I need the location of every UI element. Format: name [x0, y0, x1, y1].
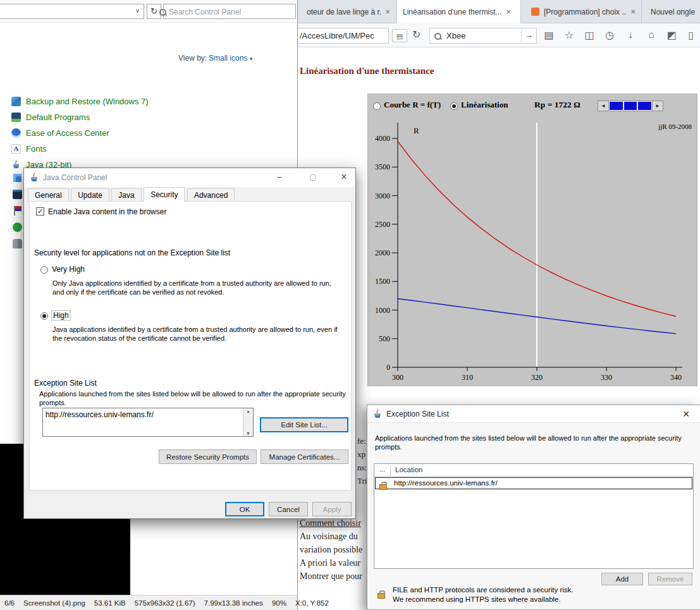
- search-bar[interactable]: Xbee →: [429, 28, 537, 44]
- status-cursor-pos: X:0, Y:852: [291, 599, 333, 607]
- theme-icon[interactable]: ◩: [665, 29, 679, 41]
- svg-text:1500: 1500: [375, 277, 390, 286]
- fonts-icon: A: [11, 144, 21, 154]
- browser-tab[interactable]: [Programmation] choix ... ×: [525, 0, 642, 23]
- scroll-left-button[interactable]: ◄: [598, 101, 609, 111]
- ok-button[interactable]: OK: [225, 502, 264, 516]
- very-high-label[interactable]: Very High: [52, 265, 85, 274]
- page-text-sliver: xp: [357, 449, 365, 460]
- tab-close-icon[interactable]: ×: [506, 7, 511, 16]
- containers-icon[interactable]: ◫: [582, 29, 596, 41]
- control-panel-item-backup[interactable]: Backup and Restore (Windows 7): [11, 95, 149, 107]
- lock-icon: [379, 484, 387, 490]
- svg-text:1000: 1000: [375, 306, 390, 315]
- page-link[interactable]: Comment choisir: [300, 518, 361, 528]
- enable-java-checkbox[interactable]: ✓: [36, 207, 44, 216]
- site-list-box[interactable]: http://ressources.univ-lemans.fr/ ▲ ▼: [42, 408, 254, 437]
- search-go-button[interactable]: →: [521, 28, 536, 43]
- table-row-selected[interactable]: http://ressources.univ-lemans.fr/: [375, 477, 692, 489]
- very-high-desc: and only if the certificate can be verif…: [52, 288, 224, 296]
- tab-close-icon[interactable]: ×: [630, 7, 636, 16]
- minimize-button[interactable]: –: [271, 171, 288, 185]
- control-panel-item-default-programs[interactable]: Default Programs: [11, 111, 90, 123]
- page-text-sliver: ns:: [357, 463, 367, 473]
- control-panel-item-icon[interactable]: [13, 190, 22, 199]
- radio-linearisation-label[interactable]: Linéarisation: [461, 100, 508, 110]
- reload-button[interactable]: ↻: [412, 28, 421, 40]
- control-panel-item-icon[interactable]: [13, 223, 22, 232]
- close-button[interactable]: ×: [335, 171, 353, 185]
- scroll-up-icon[interactable]: ▲: [243, 409, 253, 413]
- chevron-down-icon[interactable]: ∨: [135, 7, 140, 14]
- add-button[interactable]: Add: [601, 573, 643, 585]
- scrollbar-track[interactable]: [609, 101, 652, 111]
- svg-text:2500: 2500: [375, 220, 390, 229]
- control-panel-toolbar: ∨ ↻ Search Control Panel: [0, 0, 297, 23]
- thermistor-chart: 0500100015002000250030003500400030031032…: [368, 94, 698, 387]
- control-panel-item-ease-of-access[interactable]: Ease of Access Center: [11, 126, 109, 139]
- high-radio[interactable]: [40, 312, 48, 320]
- high-label[interactable]: High: [52, 311, 70, 320]
- browser-tab[interactable]: oteur de lave linge à r... ×: [301, 0, 396, 23]
- very-high-desc: Only Java applications identified by a c…: [52, 279, 331, 287]
- page-text-sliver: fe:: [357, 436, 366, 446]
- library-icon[interactable]: ▤: [542, 29, 556, 41]
- tab-advanced[interactable]: Advanced: [187, 188, 235, 202]
- rp-scrollbar[interactable]: ◄ ►: [598, 101, 663, 111]
- tab-label: [Programmation] choix ...: [544, 8, 626, 16]
- column-header-status[interactable]: ...: [374, 465, 391, 477]
- list-scrollbar[interactable]: ▲ ▼: [243, 408, 253, 436]
- control-panel-item-fonts[interactable]: A Fonts: [11, 142, 47, 155]
- search-value: Xbee: [446, 31, 465, 40]
- dialog-title-bar[interactable]: Exception Site List ×: [367, 405, 700, 423]
- desktop: ∨ ↻ Search Control Panel View by: Small …: [0, 0, 700, 610]
- page-action-icon: ▤: [396, 32, 403, 40]
- close-button[interactable]: ×: [678, 406, 694, 422]
- tab-general[interactable]: General: [28, 188, 69, 202]
- column-header-location[interactable]: Location: [395, 466, 422, 473]
- arrow-right-icon: →: [525, 30, 533, 40]
- scrollbar-thumb[interactable]: [610, 102, 623, 110]
- exception-desc: Applications launched from the sites lis…: [39, 390, 346, 398]
- radio-courbe-label[interactable]: Courbe R = f(T): [384, 100, 441, 110]
- very-high-radio[interactable]: [40, 266, 48, 274]
- clipboard-icon[interactable]: ▯: [684, 29, 698, 41]
- browser-tab-new[interactable]: Nouvel onglet: [645, 0, 700, 23]
- edit-site-list-button[interactable]: Edit Site List...: [260, 417, 348, 432]
- svg-text:2000: 2000: [375, 248, 390, 257]
- scroll-right-button[interactable]: ►: [652, 101, 663, 111]
- radio-courbe[interactable]: [373, 102, 381, 110]
- flag-icon[interactable]: [13, 206, 22, 216]
- browser-tab-active[interactable]: Linéarisation d'une thermist... ×: [397, 0, 521, 23]
- user-accounts-icon[interactable]: [13, 239, 22, 248]
- table-header: ... Location: [374, 464, 693, 477]
- address-dropdown[interactable]: ∨: [0, 4, 144, 19]
- control-panel-item-icon[interactable]: [13, 173, 22, 183]
- home-icon[interactable]: ⌂: [644, 29, 658, 40]
- scrollbar-thumb[interactable]: [624, 102, 637, 110]
- history-clock-icon[interactable]: ◷: [603, 29, 617, 41]
- tab-java[interactable]: Java: [111, 188, 141, 202]
- downloads-icon[interactable]: ↓: [623, 29, 637, 40]
- radio-linearisation[interactable]: [450, 102, 458, 110]
- status-filename: Screenshot (4).png: [19, 599, 90, 607]
- tab-security[interactable]: Security: [144, 187, 185, 202]
- view-by-select[interactable]: Small icons ▾: [209, 54, 252, 63]
- control-panel-search-input[interactable]: Search Control Panel: [163, 4, 296, 19]
- page-action-button[interactable]: ▤: [392, 29, 407, 42]
- dialog-title-bar[interactable]: Java Control Panel – ▢ ×: [24, 168, 355, 187]
- scroll-down-icon[interactable]: ▼: [243, 431, 253, 436]
- maximize-button[interactable]: ▢: [304, 171, 322, 185]
- restore-security-prompts-button[interactable]: Restore Security Prompts: [159, 449, 257, 464]
- cancel-button[interactable]: Cancel: [269, 502, 308, 516]
- tab-close-icon[interactable]: ×: [385, 7, 390, 16]
- address-bar[interactable]: /AccesLibre/UM/Pec: [298, 28, 389, 44]
- svg-text:500: 500: [379, 334, 390, 343]
- manage-certificates-button[interactable]: Manage Certificates...: [261, 449, 348, 464]
- bookmark-star-icon[interactable]: ☆: [562, 29, 576, 41]
- forum-favicon: [531, 8, 539, 16]
- browser-tab-bar: oteur de lave linge à r... × Linéarisati…: [298, 0, 700, 23]
- search-placeholder: Search Control Panel: [169, 8, 241, 16]
- scrollbar-thumb[interactable]: [638, 102, 651, 110]
- tab-update[interactable]: Update: [71, 188, 109, 202]
